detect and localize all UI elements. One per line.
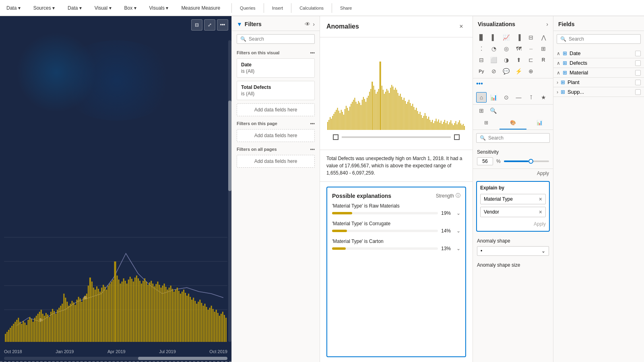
viz-icon-kpi[interactable]: ⬆ bbox=[514, 55, 524, 65]
viz-icon-R[interactable]: R bbox=[538, 55, 549, 65]
viz-icon-decomp[interactable]: ⊘ bbox=[489, 66, 499, 76]
viz-icon-slicer[interactable]: ⊏ bbox=[526, 55, 536, 65]
field-group-defects[interactable]: ∧ ⊞ Defects bbox=[553, 58, 644, 68]
field-group-supp[interactable]: › ⊞ Supp... bbox=[553, 87, 644, 97]
explain-tag-close-0[interactable]: × bbox=[539, 196, 542, 202]
pe-chevron-0[interactable]: ⌄ bbox=[456, 210, 460, 216]
toolbar-box[interactable]: Box ▾ bbox=[121, 4, 140, 12]
viz-icon-stacked-column[interactable]: ⊟ bbox=[526, 32, 536, 43]
field-checkbox-date[interactable] bbox=[635, 51, 641, 56]
chart-filter-btn[interactable]: ⊟ bbox=[191, 19, 202, 31]
filters-visual-more[interactable]: ••• bbox=[310, 50, 315, 55]
filters-expand-icon[interactable]: › bbox=[313, 21, 315, 27]
viz-icon-smart[interactable]: ⚡ bbox=[514, 66, 524, 76]
pe-pct-2: 13% bbox=[441, 246, 453, 251]
toolbar-data2[interactable]: Data ▾ bbox=[64, 4, 85, 12]
svg-rect-69 bbox=[107, 286, 109, 342]
field-group-plant-collapse[interactable]: › bbox=[557, 80, 558, 85]
viz-icon-qa[interactable]: 💬 bbox=[501, 66, 512, 76]
explain-apply-btn[interactable]: Apply bbox=[480, 220, 546, 228]
viz-expand-icon[interactable]: › bbox=[546, 21, 548, 27]
field-group-date-collapse[interactable]: ∧ bbox=[557, 51, 560, 56]
anomaly-shape-select[interactable]: • ⌄ bbox=[477, 246, 549, 256]
horizontal-scrollbar-thumb[interactable] bbox=[138, 357, 227, 360]
viz-icon-bar[interactable]: ▌ bbox=[489, 32, 499, 43]
pe-chevron-2[interactable]: ⌄ bbox=[456, 246, 460, 251]
field-checkbox-defects[interactable] bbox=[635, 60, 641, 66]
viz-icon-funnel[interactable]: ⏤ bbox=[526, 43, 536, 54]
fields-search-input[interactable] bbox=[569, 36, 637, 42]
toolbar-visual[interactable]: Visual ▾ bbox=[91, 4, 115, 12]
slider-track[interactable] bbox=[342, 136, 451, 138]
field-group-material-collapse[interactable]: ∧ bbox=[557, 70, 560, 76]
viz-icon-scatter[interactable]: ⁚ bbox=[476, 43, 487, 54]
viz-icon-error-bar[interactable]: ⊺ bbox=[526, 92, 536, 103]
add-data-visual[interactable]: Add data fields here bbox=[237, 103, 315, 116]
viz-icon-card[interactable]: ⬜ bbox=[489, 55, 499, 65]
viz-icon-column[interactable]: ▐ bbox=[514, 32, 524, 43]
viz-icon-matrix[interactable]: ⊟ bbox=[476, 55, 487, 65]
viz-icon-stacked-bar[interactable]: ▊ bbox=[476, 32, 487, 43]
add-data-page[interactable]: Add data fields here bbox=[237, 129, 315, 142]
viz-icon-extra[interactable]: ⊞ bbox=[476, 105, 487, 116]
anomalies-close-btn[interactable]: × bbox=[456, 22, 466, 31]
horizontal-scrollbar[interactable] bbox=[4, 357, 227, 360]
pe-info-icon[interactable]: ⓘ bbox=[456, 192, 460, 199]
add-data-allpages[interactable]: Add data fields here bbox=[237, 155, 315, 168]
sensitivity-thumb[interactable] bbox=[528, 159, 533, 164]
field-group-supp-collapse[interactable]: › bbox=[557, 89, 558, 95]
viz-search-input[interactable] bbox=[488, 135, 546, 141]
explain-tag-close-1[interactable]: × bbox=[539, 209, 542, 215]
slider-left-thumb[interactable] bbox=[333, 134, 339, 140]
field-checkbox-plant[interactable] bbox=[635, 80, 641, 85]
sensitivity-value[interactable]: 56 bbox=[477, 157, 493, 165]
toolbar-visuals[interactable]: Visuals ▾ bbox=[146, 4, 172, 12]
filters-search[interactable]: 🔍 bbox=[237, 34, 315, 44]
viz-icon-table[interactable]: ⊞ bbox=[538, 43, 549, 54]
field-group-defects-collapse[interactable]: ∧ bbox=[557, 60, 560, 66]
viz-icon-pie[interactable]: ◔ bbox=[489, 43, 499, 54]
filters-page-more[interactable]: ••• bbox=[310, 121, 315, 126]
chart-expand-btn[interactable]: ⤢ bbox=[204, 19, 215, 31]
viz-icon-gauge[interactable]: ◑ bbox=[501, 55, 512, 65]
toolbar-sources[interactable]: Sources ▾ bbox=[30, 4, 58, 12]
viz-icon-ref-line[interactable]: — bbox=[514, 92, 524, 103]
field-checkbox-supp[interactable] bbox=[635, 89, 641, 95]
viz-icon-map[interactable]: 🗺 bbox=[514, 43, 524, 54]
toolbar-share[interactable]: Share bbox=[340, 6, 352, 10]
sensitivity-slider[interactable] bbox=[504, 160, 549, 162]
viz-more-btn[interactable]: ••• bbox=[473, 78, 553, 89]
viz-icon-py[interactable]: Py bbox=[476, 66, 487, 76]
viz-icon-clustering[interactable]: ⊙ bbox=[501, 92, 512, 103]
filter-card-total-defects[interactable]: Total Defects is (All) bbox=[237, 81, 315, 100]
viz-tab-format[interactable]: 🎨 bbox=[500, 117, 526, 130]
filters-search-input[interactable] bbox=[249, 36, 311, 42]
filters-eye-icon[interactable]: 👁 bbox=[305, 21, 310, 27]
sensitivity-apply-btn[interactable]: Apply bbox=[473, 169, 553, 178]
field-group-material[interactable]: ∧ ⊞ Material bbox=[553, 68, 644, 78]
viz-icon-forecast[interactable]: 📊 bbox=[489, 92, 499, 103]
field-group-date[interactable]: ∧ ⊞ Date bbox=[553, 49, 644, 58]
filters-allpages-more[interactable]: ••• bbox=[310, 147, 315, 152]
pe-chevron-1[interactable]: ⌄ bbox=[456, 228, 460, 234]
toolbar-measure[interactable]: Measure Measure bbox=[178, 4, 223, 12]
viz-tab-analytics[interactable]: 📊 bbox=[526, 117, 553, 130]
vertical-scrollbar-thumb[interactable] bbox=[228, 101, 231, 191]
field-checkbox-material[interactable] bbox=[635, 70, 641, 76]
viz-icon-smart2[interactable]: ★ bbox=[538, 92, 549, 103]
chart-more-btn[interactable]: ••• bbox=[217, 19, 228, 31]
viz-search[interactable]: 🔍 bbox=[476, 133, 550, 143]
viz-icon-area[interactable]: ⋀ bbox=[538, 32, 549, 43]
viz-icon-line[interactable]: 📈 bbox=[501, 32, 512, 43]
fields-search[interactable]: 🔍 bbox=[557, 34, 641, 44]
viz-icon-more2[interactable]: ⊕ bbox=[526, 66, 536, 76]
vertical-scrollbar[interactable] bbox=[228, 40, 231, 342]
slider-right-thumb[interactable] bbox=[454, 134, 460, 140]
viz-icon-donut[interactable]: ◎ bbox=[501, 43, 512, 54]
viz-icon-anomaly-active[interactable]: ⌂ bbox=[476, 92, 487, 103]
field-group-plant[interactable]: › ⊞ Plant bbox=[553, 78, 644, 87]
viz-icon-extra2[interactable]: 🔍 bbox=[488, 105, 499, 116]
toolbar-data[interactable]: Data ▾ bbox=[3, 4, 24, 12]
viz-tab-fields[interactable]: ⊞ bbox=[473, 117, 500, 130]
filter-card-date[interactable]: Date is (All) bbox=[237, 58, 315, 78]
